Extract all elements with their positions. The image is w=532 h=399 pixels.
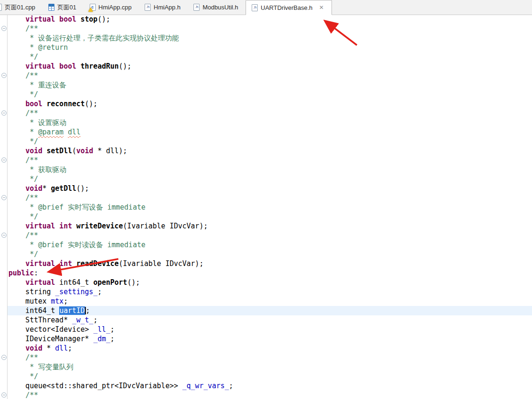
tab-HmiApp.h[interactable]: HmiApp.h xyxy=(139,0,188,15)
code-token: */ xyxy=(30,175,38,183)
code-token xyxy=(42,147,46,155)
fold-collapse-icon[interactable]: − xyxy=(1,233,7,238)
code-line[interactable]: SttThread* _w_t_; xyxy=(8,315,532,325)
code-token: _w_t_ xyxy=(72,316,93,324)
code-line[interactable]: virtual int readDevice(Ivariable IDvcVar… xyxy=(8,259,532,268)
code-line[interactable]: void setDll(void * dll); xyxy=(8,146,532,156)
tab-label: 页面01.cpp xyxy=(5,3,35,12)
code-token: queue<std::shared_ptr<IDvcVariable>> xyxy=(8,382,182,390)
fold-collapse-icon[interactable]: − xyxy=(1,157,7,163)
code-line[interactable]: * @brief 实时写设备 immediate xyxy=(8,203,532,212)
code-token xyxy=(8,147,25,155)
code-token: ; xyxy=(86,306,90,315)
code-token xyxy=(8,165,30,174)
code-line[interactable]: int64_t uartID; xyxy=(8,306,532,315)
tab-页面01.cpp[interactable]: 页面01.cpp xyxy=(0,0,43,15)
code-line[interactable]: void * dll; xyxy=(8,344,532,353)
code-line[interactable]: * 设备运行处理，子类需在此实现协议处理功能 xyxy=(8,33,532,43)
code-token: virtual xyxy=(25,278,55,287)
code-token xyxy=(8,344,25,352)
code-token xyxy=(8,90,30,99)
code-line[interactable]: virtual bool threadRun(); xyxy=(8,62,532,71)
code-line[interactable]: * 重连设备 xyxy=(8,80,532,90)
code-line[interactable]: */ xyxy=(8,372,532,381)
code-line[interactable]: * @param dll xyxy=(8,127,532,137)
code-line[interactable]: void* getDll(); xyxy=(8,184,532,193)
code-line[interactable]: virtual int writeDevice(Ivariable IDvcVa… xyxy=(8,221,532,231)
code-line[interactable]: bool reconnect(); xyxy=(8,99,532,109)
tab-HmiApp.cpp[interactable]: HmiApp.cpp xyxy=(84,0,139,15)
code-line[interactable]: /** xyxy=(8,156,532,165)
code-line[interactable]: mutex mtx; xyxy=(8,297,532,306)
code-token: * @brief 实时写设备 immediate xyxy=(30,203,146,211)
code-token: /** xyxy=(25,353,38,362)
fold-collapse-icon[interactable]: − xyxy=(1,392,7,398)
close-icon[interactable]: ✕ xyxy=(319,5,324,10)
code-token xyxy=(8,363,30,371)
code-line[interactable]: virtual int64_t openPort(); xyxy=(8,278,532,287)
fold-collapse-icon[interactable]: − xyxy=(1,195,7,200)
code-token: * xyxy=(42,184,51,193)
code-editor[interactable]: virtual bool stop(); /** * 设备运行处理，子类需在此实… xyxy=(0,15,532,399)
code-line[interactable]: vector<Idevice> _ll_; xyxy=(8,325,532,334)
code-token: (Ivariable IDvcVar); xyxy=(123,222,208,230)
fold-collapse-icon[interactable]: − xyxy=(1,110,7,116)
code-token: mutex xyxy=(8,297,51,305)
code-token: ; xyxy=(110,335,115,343)
code-line[interactable]: /** xyxy=(8,193,532,203)
code-line[interactable]: */ xyxy=(8,174,532,184)
code-line[interactable]: */ xyxy=(8,52,532,62)
code-token: /** xyxy=(25,71,38,80)
code-line[interactable]: /** xyxy=(8,231,532,240)
code-token: */ xyxy=(30,53,38,61)
editor-window: { "tabs": [ {"label":"页面01.cpp","icon":"… xyxy=(0,0,532,399)
code-line[interactable]: /** xyxy=(8,391,532,399)
code-token xyxy=(8,194,25,202)
code-line[interactable]: string _settings_; xyxy=(8,287,532,297)
code-token: /** xyxy=(25,24,38,33)
fold-collapse-icon[interactable]: − xyxy=(1,26,7,31)
code-token: dll xyxy=(55,344,68,352)
code-line[interactable]: /** xyxy=(8,109,532,118)
code-token: void xyxy=(25,184,42,193)
code-line[interactable]: virtual bool stop(); xyxy=(8,15,532,24)
code-token: dll xyxy=(68,128,80,136)
tab-页面01[interactable]: 页面01 xyxy=(43,0,84,15)
code-token: public xyxy=(8,269,34,277)
code-token xyxy=(8,241,30,249)
code-token xyxy=(8,100,25,108)
fold-collapse-icon[interactable]: − xyxy=(1,73,7,78)
tab-ModbusUtil.h[interactable]: ModbusUtil.h xyxy=(188,0,246,15)
code-line[interactable]: */ xyxy=(8,250,532,259)
code-token: * 设备运行处理，子类需在此实现协议处理功能 xyxy=(30,34,179,42)
code-token: getDll xyxy=(51,184,76,193)
tab-label: 页面01 xyxy=(57,3,76,12)
code-token xyxy=(8,372,30,381)
code-line[interactable]: */ xyxy=(8,90,532,99)
fold-collapse-icon[interactable]: − xyxy=(1,355,7,360)
code-token xyxy=(8,15,25,23)
code-line[interactable]: public: xyxy=(8,268,532,278)
code-token: * xyxy=(42,344,55,352)
code-token: * @brief 实时读设备 immediate xyxy=(30,241,146,249)
code-line[interactable]: IDeviceManager* _dm_; xyxy=(8,334,532,344)
code-line[interactable]: */ xyxy=(8,137,532,146)
code-line[interactable]: * 设置驱动 xyxy=(8,118,532,127)
warning-overlay-icon xyxy=(88,8,93,12)
code-lines: virtual bool stop(); /** * 设备运行处理，子类需在此实… xyxy=(8,15,532,399)
code-line[interactable]: * @brief 实时读设备 immediate xyxy=(8,240,532,250)
code-line[interactable]: /** xyxy=(8,353,532,362)
code-line[interactable]: /** xyxy=(8,71,532,80)
code-token xyxy=(8,128,30,136)
code-line[interactable]: * 写变量队列 xyxy=(8,362,532,372)
code-token: */ xyxy=(30,372,38,381)
code-token xyxy=(77,62,81,70)
code-line[interactable]: */ xyxy=(8,212,532,221)
code-line[interactable]: /** xyxy=(8,24,532,33)
code-token: _settings_ xyxy=(55,288,97,296)
tab-UARTDriverBase.h[interactable]: UARTDriverBase.h✕ xyxy=(246,0,332,15)
code-line[interactable]: * 获取驱动 xyxy=(8,165,532,174)
code-token: ( xyxy=(72,147,76,155)
code-line[interactable]: queue<std::shared_ptr<IDvcVariable>> _q_… xyxy=(8,381,532,391)
code-line[interactable]: * @return xyxy=(8,43,532,52)
